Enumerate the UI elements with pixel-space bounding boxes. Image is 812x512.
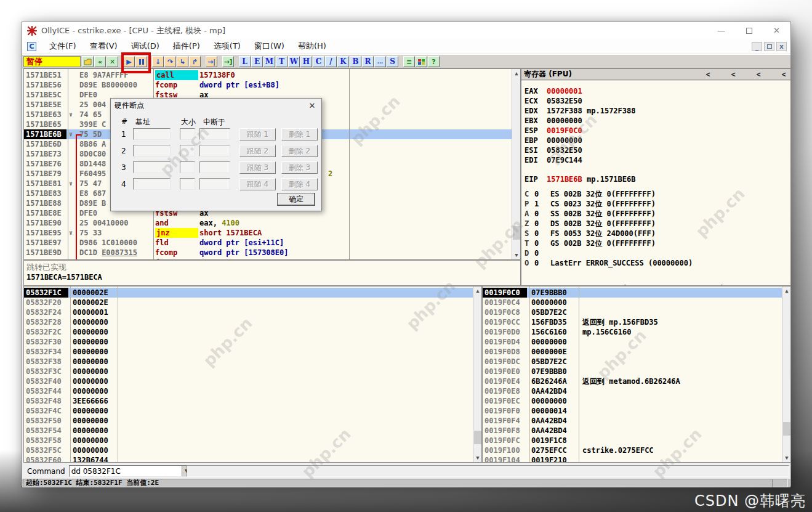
menu-item-file[interactable]: 文件(F) — [42, 41, 83, 51]
flag-row[interactable]: A0SS 002B 32位 0(FFFFFFFF) — [521, 209, 790, 219]
break-on-input[interactable] — [199, 128, 230, 140]
scroll-thumb[interactable] — [783, 422, 790, 436]
break-on-input[interactable] — [199, 145, 230, 156]
threads-button[interactable]: T — [276, 56, 287, 67]
flag-row[interactable]: T0GS 002B 32位 0(FFFFFFFF) — [521, 238, 790, 248]
breakpoints-button[interactable]: B — [350, 56, 361, 67]
go-to-user-code-button[interactable]: →] — [222, 56, 234, 67]
call-stack-button[interactable]: K — [337, 56, 349, 67]
dump-row[interactable]: 05832F200000002E — [24, 298, 473, 307]
memory-dump-pane[interactable]: 05832F1C0000002E05832F200000002E05832F24… — [23, 286, 482, 463]
disasm-scrollbar[interactable]: ▲ ▼ — [512, 69, 520, 259]
dump-row[interactable]: 05832F4000000000 — [24, 376, 473, 386]
dump-row[interactable]: 05832F5800000000 — [24, 436, 473, 445]
follow-button[interactable]: 跟随 2 — [239, 145, 276, 157]
patches-button[interactable]: / — [325, 56, 337, 67]
collapse-button[interactable]: < — [754, 70, 763, 79]
disasm-row[interactable]: 1571BE51E8 9A7AFFFFcall157138F0 — [24, 70, 512, 80]
scroll-up-arrow[interactable]: ▲ — [512, 69, 521, 78]
scroll-down-arrow[interactable]: ▼ — [512, 251, 521, 259]
column-separator[interactable] — [349, 69, 350, 259]
register-row[interactable]: ESP0019F0C0 — [521, 126, 790, 136]
stack-row[interactable]: 0019F0C007E9BBB0 — [483, 288, 782, 298]
column-separator[interactable] — [70, 286, 71, 462]
mdi-minimize-button[interactable]: _ — [752, 42, 762, 51]
disasm-row[interactable]: 1571BE9DDC1D E0087315fcompqword ptr [157… — [24, 248, 512, 258]
command-input[interactable]: dd 05832F1C — [70, 467, 182, 476]
step-into-button[interactable]: ↓ — [152, 56, 164, 67]
stack-row[interactable]: 0019F0F40AA42BD4 — [483, 416, 782, 426]
dump-row[interactable]: 05832F483EE66666 — [24, 396, 473, 406]
delete-button[interactable]: 删除 3 — [281, 161, 318, 174]
stack-row[interactable]: 0019F0DC05BD7E2C — [483, 357, 782, 367]
base-address-input[interactable] — [133, 161, 171, 173]
size-input[interactable] — [180, 178, 195, 190]
stack-row[interactable]: 0019F1000275EFCCcstrike.0275EFCC — [483, 445, 782, 455]
base-address-input[interactable] — [133, 128, 171, 140]
flag-row[interactable]: S0FS 0053 32位 24D000(FFF) — [521, 229, 790, 238]
mdi-restore-button[interactable] — [764, 42, 774, 51]
stack-row[interactable]: 0019F0CC156FBD35返回到 mp.156FBD35 — [483, 317, 782, 327]
delete-button[interactable]: 删除 4 — [281, 178, 318, 190]
register-row[interactable]: EBX00000000 — [521, 116, 790, 126]
run-trace-button[interactable]: ... — [374, 56, 386, 67]
stack-row[interactable]: 0019F0C805BD7E2C — [483, 307, 782, 317]
disasm-row[interactable]: 1571BE97D986 1C010000flddword ptr [esi+1… — [24, 238, 512, 248]
register-row[interactable]: ESI05832E50 — [521, 145, 790, 155]
step-over-button[interactable]: ↷ — [164, 56, 176, 67]
references-button[interactable]: R — [362, 56, 374, 67]
restart-button[interactable]: « — [94, 56, 106, 67]
dump-row[interactable]: 05832F1C0000002E — [24, 288, 473, 298]
stack-row[interactable]: 0019F0E007E9BBB0 — [483, 367, 782, 376]
open-file-button[interactable] — [82, 56, 94, 67]
log-window-button[interactable]: L — [239, 56, 251, 67]
stack-pane[interactable]: 0019F0C007E9BBB00019F0C4000000000019F0C8… — [482, 286, 791, 463]
register-row[interactable]: ECX05832E50 — [521, 96, 790, 106]
eflags-row[interactable]: EFL00000206 (NO,NB,NE,A,NS,PE,GE,G) — [521, 274, 790, 283]
column-separator[interactable] — [579, 286, 579, 462]
scroll-down-arrow[interactable]: ▼ — [782, 453, 791, 462]
trace-into-button[interactable]: ↳ — [177, 56, 188, 67]
stack-row[interactable]: 0019F0E80AA42BD4 — [483, 386, 782, 396]
menu-item-plugins[interactable]: 插件(P) — [166, 41, 207, 51]
dump-row[interactable]: 05832F5C00000000 — [24, 445, 473, 455]
flag-row[interactable]: Z0DS 002B 32位 0(FFFFFFFF) — [521, 219, 790, 229]
column-separator[interactable] — [68, 69, 68, 259]
stack-row[interactable]: 0019F0C400000000 — [483, 298, 782, 307]
dump-row[interactable]: 05832F3400000000 — [24, 347, 473, 357]
scroll-thumb[interactable] — [513, 226, 520, 240]
options-button[interactable]: ≡ — [403, 56, 415, 67]
close-program-button[interactable]: ✕ — [107, 56, 118, 67]
dialog-title-bar[interactable]: 硬件断点 ✕ — [111, 99, 321, 112]
register-row[interactable]: EBP00000000 — [521, 136, 790, 145]
dump-row[interactable]: 05832F3000000000 — [24, 337, 473, 347]
scroll-thumb[interactable] — [474, 431, 481, 444]
collapse-button[interactable]: < — [779, 70, 788, 79]
ok-button[interactable]: 确定 — [277, 193, 315, 206]
size-input[interactable] — [180, 128, 195, 140]
follow-button[interactable]: 跟随 3 — [239, 161, 276, 174]
base-address-input[interactable] — [133, 145, 171, 156]
collapse-button[interactable]: < — [729, 70, 738, 79]
scroll-up-arrow[interactable]: ▲ — [782, 286, 791, 295]
size-input[interactable] — [180, 161, 195, 173]
dump-row[interactable]: 05832F2800000000 — [24, 317, 473, 327]
register-row[interactable]: EDX1572F388 mp.1572F388 — [521, 106, 790, 116]
dump-row[interactable]: 05832F5000000000 — [24, 416, 473, 426]
flag-row[interactable]: P1CS 0023 32位 0(FFFFFFFF) — [521, 199, 790, 209]
handles-button[interactable]: H — [300, 56, 312, 67]
register-row[interactable]: EAX00000001 — [521, 86, 790, 96]
appearance-button[interactable] — [416, 56, 427, 67]
maximize-button[interactable] — [735, 22, 763, 39]
stack-row[interactable]: 0019F0EC00000000 — [483, 396, 782, 406]
dump-row[interactable]: 05832F5400000000 — [24, 426, 473, 436]
menu-item-view[interactable]: 查看(V) — [83, 41, 124, 51]
stack-row[interactable]: 0019F1040019F210 — [483, 455, 782, 463]
follow-button[interactable]: 跟随 4 — [239, 178, 276, 190]
menu-item-help[interactable]: 帮助(H) — [291, 41, 333, 51]
menu-item-debug[interactable]: 调试(D) — [124, 41, 166, 51]
flag-row[interactable]: C0ES 002B 32位 0(FFFFFFFF) — [521, 189, 790, 199]
help-button[interactable]: ? — [428, 56, 440, 67]
size-input[interactable] — [180, 145, 195, 156]
stack-row[interactable]: 0019F0D0156C6160mp.156C6160 — [483, 327, 782, 337]
